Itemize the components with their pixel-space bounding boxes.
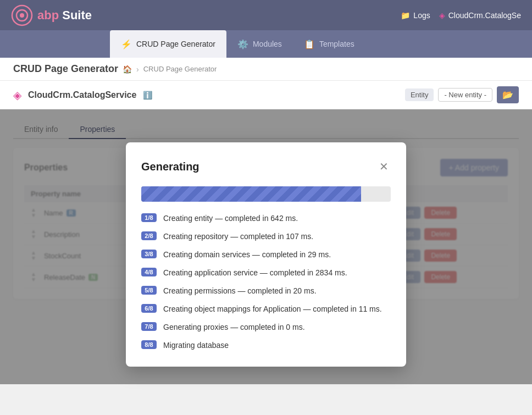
logo-text: abp Suite [37,8,92,23]
step-item: 2/8 Creating repository — completed in 1… [141,231,391,242]
step-item: 5/8 Creating permissions — completed in … [141,285,391,297]
steps-list: 1/8 Creating entity — completed in 642 m… [141,213,391,351]
entity-dropdown[interactable]: - New entity - [438,88,492,102]
home-icon: 🏠 [123,65,132,74]
page-title: CRUD Page Generator [13,63,118,75]
logs-icon: 📁 [401,11,410,20]
step-badge: 7/8 [141,322,157,331]
step-text: Creating object mappings for Application… [163,303,382,315]
step-text: Generating proxies — completed in 0 ms. [163,322,305,333]
folder-button[interactable]: 📂 [497,86,519,103]
step-text: Creating repository — completed in 107 m… [163,231,313,242]
step-text: Creating entity — completed in 642 ms. [163,213,298,224]
step-item: 3/8 Creating domain services — completed… [141,249,391,261]
templates-icon: 📋 [304,39,315,49]
step-badge: 4/8 [141,268,157,276]
nav-modules[interactable]: ⚙️ Modules [226,30,293,58]
modal-close-button[interactable]: ✕ [377,158,391,175]
logo: abp Suite [11,4,92,26]
step-item: 6/8 Creating object mappings for Applica… [141,303,391,315]
step-badge: 3/8 [141,250,157,258]
nav-crud-page-generator[interactable]: ⚡ CRUD Page Generator [110,30,226,58]
step-item: 4/8 Creating application service — compl… [141,267,391,279]
header-right: 📁 Logs ◈ CloudCrm.CatalogSe [401,11,521,20]
step-badge: 6/8 [141,304,157,313]
entity-icon: ◈ [13,88,21,102]
modal-header: Generating ✕ [141,158,391,175]
step-badge: 1/8 [141,213,157,222]
step-text: Creating application service — completed… [163,267,347,279]
logs-button[interactable]: 📁 Logs [401,11,430,20]
step-item: 8/8 Migrating database [141,340,391,351]
step-text: Migrating database [163,340,229,351]
info-icon[interactable]: ℹ️ [143,91,152,99]
header: abp Suite 📁 Logs ◈ CloudCrm.CatalogSe [0,0,532,30]
entity-row: ◈ CloudCrm.CatalogService ℹ️ Entity - Ne… [0,81,532,109]
entity-controls: Entity - New entity - 📂 [405,86,519,103]
step-badge: 2/8 [141,231,157,240]
step-item: 7/8 Generating proxies — completed in 0 … [141,322,391,333]
modal-overlay: Generating ✕ 88% 1/8 Creating entity — c… [0,109,532,384]
step-item: 1/8 Creating entity — completed in 642 m… [141,213,391,224]
breadcrumb-separator: › [136,65,139,74]
breadcrumb-link: CRUD Page Generator [143,65,217,73]
abp-logo-icon [11,4,33,26]
progress-fill [141,186,361,202]
modules-icon: ⚙️ [237,39,248,49]
modal-title: Generating [141,161,199,173]
nav-templates[interactable]: 📋 Templates [293,30,365,58]
cloud-crm-button[interactable]: ◈ CloudCrm.CatalogSe [439,11,521,20]
svg-point-2 [20,13,24,18]
step-text: Creating permissions — completed in 20 m… [163,285,317,297]
step-text: Creating domain services — completed in … [163,249,331,261]
breadcrumb-bar: CRUD Page Generator 🏠 › CRUD Page Genera… [0,58,532,81]
entity-label: Entity [405,88,434,101]
cloud-crm-icon: ◈ [439,11,445,20]
content-area: Entity info Properties Properties + Add … [0,109,532,384]
step-badge: 8/8 [141,340,157,349]
entity-name: CloudCrm.CatalogService [28,90,136,100]
progress-bar-container: 88% [141,186,391,202]
nav: ⚡ CRUD Page Generator ⚙️ Modules 📋 Templ… [0,30,532,58]
crud-icon: ⚡ [121,39,132,49]
generating-modal: Generating ✕ 88% 1/8 Creating entity — c… [126,142,406,367]
step-badge: 5/8 [141,286,157,295]
